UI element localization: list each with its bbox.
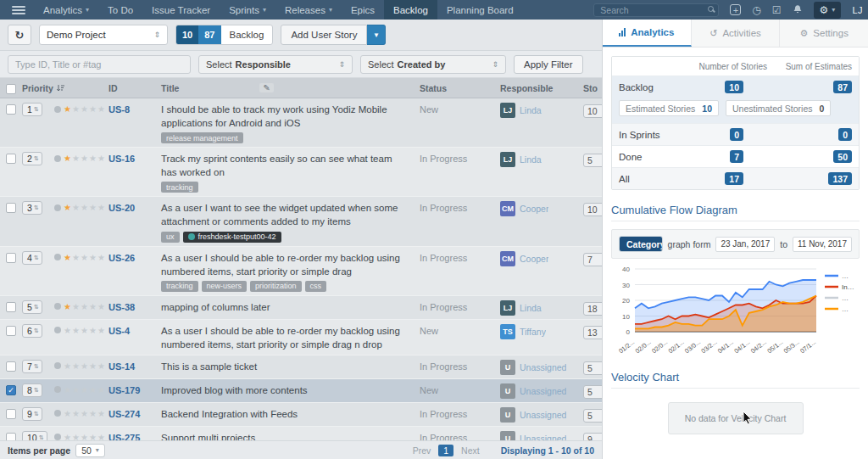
tag-chip[interactable]: freshdesk-testput00-42	[183, 232, 281, 243]
avatar[interactable]: U	[500, 431, 515, 440]
row-checkbox[interactable]	[6, 326, 16, 336]
story-title[interactable]: As a user I want to see the widget updat…	[161, 201, 420, 228]
star-icon[interactable]: ★	[89, 302, 97, 311]
priority-stepper[interactable]: 3 ⇅	[22, 201, 42, 215]
story-id-link[interactable]: US-20	[108, 201, 161, 213]
add-user-story-button[interactable]: Add User Story	[281, 25, 367, 45]
tab-settings[interactable]: ⚙ Settings	[780, 20, 868, 47]
priority-stepper[interactable]: 9 ⇅	[22, 407, 42, 421]
refresh-button[interactable]: ↻	[8, 25, 31, 45]
row-checkbox[interactable]	[6, 409, 16, 419]
star-icon[interactable]: ★	[81, 409, 88, 418]
estimate-value[interactable]: 5	[583, 409, 602, 423]
star-icon[interactable]: ★	[72, 154, 80, 163]
tab-analytics[interactable]: Analytics	[603, 20, 692, 47]
star-icon[interactable]: ★	[89, 361, 97, 371]
tasks-icon[interactable]: ☑	[772, 5, 782, 15]
row-checkbox[interactable]	[6, 253, 16, 263]
star-icon[interactable]: ★	[72, 302, 80, 311]
estimate-value[interactable]: 9	[583, 433, 602, 440]
add-user-story-dropdown[interactable]: ▼	[367, 25, 386, 45]
user-initials[interactable]: LJ	[852, 5, 863, 15]
star-icon[interactable]: ★	[97, 253, 105, 262]
stats-row-all[interactable]: All 17 137	[612, 167, 859, 189]
avatar[interactable]: LJ	[500, 300, 515, 316]
star-icon[interactable]: ★	[97, 154, 105, 163]
star-icon[interactable]: ★	[89, 154, 97, 163]
table-row[interactable]: 9 ⇅ ★★★★★ US-274 Backend Integration wit…	[0, 403, 602, 427]
star-icon[interactable]: ★	[89, 385, 97, 395]
estimate-value[interactable]: 10	[583, 104, 602, 118]
rating-circle-icon[interactable]	[54, 386, 61, 393]
star-icon[interactable]: ★	[72, 433, 80, 440]
unestimated-stories-chip[interactable]: Unestimated Stories 0	[726, 100, 831, 116]
search-input[interactable]	[593, 3, 719, 17]
rating-circle-icon[interactable]	[54, 155, 61, 162]
star-icon[interactable]: ★	[97, 433, 105, 440]
story-title[interactable]: I should be able to track my work using …	[161, 103, 420, 130]
avatar[interactable]: LJ	[500, 103, 515, 118]
table-row[interactable]: 8 ⇅ ★★★★★ US-179 Improved blog with more…	[0, 379, 602, 403]
star-icon[interactable]: ★	[64, 385, 71, 395]
star-icon[interactable]: ★	[64, 302, 71, 311]
priority-stepper[interactable]: 4 ⇅	[22, 251, 42, 265]
star-icon[interactable]: ★	[72, 409, 80, 418]
title-header[interactable]: Title	[161, 83, 179, 93]
backlog-summary-badge[interactable]: 10 87 Backlog	[175, 25, 273, 45]
story-title[interactable]: Support multi projects	[161, 431, 420, 440]
star-icon[interactable]: ★	[81, 385, 88, 395]
story-title[interactable]: As a user I should be able to re-order m…	[161, 324, 420, 351]
avatar[interactable]: CM	[500, 201, 515, 216]
row-checkbox[interactable]	[6, 154, 16, 164]
tag-chip[interactable]: css	[305, 281, 327, 292]
star-icon[interactable]: ★	[97, 326, 105, 335]
star-icon[interactable]: ★	[64, 433, 71, 440]
row-checkbox[interactable]	[6, 385, 16, 395]
estimate-value[interactable]: 10	[583, 203, 602, 216]
star-icon[interactable]: ★	[64, 409, 71, 418]
story-title[interactable]: As a user I should be able to re-order m…	[161, 251, 420, 278]
star-icon[interactable]: ★	[64, 154, 71, 163]
rating-circle-icon[interactable]	[54, 204, 61, 211]
apply-filter-button[interactable]: Apply Filter	[514, 55, 583, 74]
avatar[interactable]: U	[500, 407, 515, 423]
avatar[interactable]: U	[500, 360, 515, 375]
table-row[interactable]: 1 ⇅ ★★★★★ US-8 I should be able to track…	[0, 98, 602, 148]
rating-circle-icon[interactable]	[54, 327, 61, 333]
current-page-button[interactable]: 1	[438, 445, 453, 456]
table-row[interactable]: 7 ⇅ ★★★★★ US-14 This is a sample ticket …	[0, 355, 602, 379]
priority-stepper[interactable]: 2 ⇅	[22, 152, 42, 165]
hamburger-menu-icon[interactable]	[12, 4, 25, 16]
nav-item-sprints[interactable]: Sprints ▾	[220, 0, 275, 20]
star-icon[interactable]: ★	[97, 361, 105, 371]
estimate-value[interactable]: 18	[583, 302, 602, 316]
status-header[interactable]: Status	[420, 83, 500, 93]
estimate-value[interactable]: 7	[583, 253, 602, 266]
star-icon[interactable]: ★	[72, 385, 80, 395]
rating-circle-icon[interactable]	[54, 410, 61, 417]
star-icon[interactable]: ★	[72, 104, 80, 114]
story-id-link[interactable]: US-14	[108, 360, 161, 372]
tag-chip[interactable]: prioritization	[250, 281, 302, 292]
story-title[interactable]: Backend Integration with Feeds	[161, 407, 420, 421]
date-from-input[interactable]: 23 Jan, 2017	[715, 237, 775, 252]
star-icon[interactable]: ★	[89, 409, 97, 418]
avatar[interactable]: CM	[500, 251, 515, 266]
star-icon[interactable]: ★	[64, 326, 71, 335]
bell-icon[interactable]	[793, 4, 803, 16]
tag-chip[interactable]: ux	[161, 232, 180, 243]
priority-stepper[interactable]: 7 ⇅	[22, 360, 42, 373]
star-icon[interactable]: ★	[89, 253, 97, 262]
select-all-checkbox[interactable]	[6, 84, 16, 94]
nav-item-to-do[interactable]: To Do	[98, 0, 142, 20]
row-checkbox[interactable]	[6, 361, 16, 372]
star-icon[interactable]: ★	[81, 433, 88, 440]
priority-stepper[interactable]: 10 ⇅	[22, 431, 47, 440]
priority-stepper[interactable]: 8 ⇅	[22, 383, 42, 397]
star-icon[interactable]: ★	[64, 203, 71, 212]
star-icon[interactable]: ★	[89, 104, 97, 114]
rating-circle-icon[interactable]	[54, 434, 61, 440]
nav-item-planning-board[interactable]: Planning Board	[437, 0, 523, 20]
rating-circle-icon[interactable]	[54, 303, 61, 310]
story-id-link[interactable]: US-26	[108, 251, 161, 263]
